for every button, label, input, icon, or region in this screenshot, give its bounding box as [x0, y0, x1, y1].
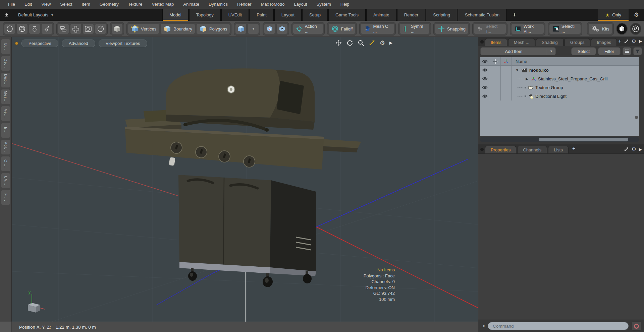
- polygons-mode-button[interactable]: Polygons: [196, 23, 230, 34]
- visibility-toggle[interactable]: [480, 83, 490, 92]
- ghost-cube-button[interactable]: [111, 23, 123, 34]
- item-mode-dropdown[interactable]: ▼: [248, 23, 259, 34]
- pan-icon[interactable]: [335, 40, 342, 46]
- default-layouts-dropdown[interactable]: Default Layouts ▼: [13, 9, 58, 21]
- menu-file[interactable]: File: [3, 0, 20, 9]
- viewport-gear-icon[interactable]: ⚙: [380, 40, 385, 46]
- orbit-icon[interactable]: [346, 40, 353, 46]
- vertices-mode-button[interactable]: Vertices: [128, 23, 159, 34]
- visibility-toggle[interactable]: [480, 74, 490, 83]
- item-panel-gear-icon[interactable]: ⚙: [632, 39, 636, 44]
- properties-expand-icon[interactable]: ▶: [639, 147, 642, 152]
- list-options-button[interactable]: [623, 47, 631, 55]
- visibility-toggle[interactable]: [480, 92, 490, 101]
- menu-geometry[interactable]: Geometry: [95, 0, 123, 9]
- left-tab-vertex[interactable]: Ve...: [1, 106, 10, 121]
- boundary-mode-button[interactable]: Boundary: [160, 23, 195, 34]
- tab-uvedit[interactable]: UVEdit: [221, 9, 249, 21]
- locator-column-header[interactable]: [490, 57, 501, 65]
- hscrollbar-handle[interactable]: [539, 138, 628, 141]
- visibility-toggle[interactable]: [480, 66, 490, 74]
- left-tab-uv[interactable]: UV...: [1, 173, 10, 188]
- tab-lists[interactable]: Lists: [548, 146, 569, 153]
- collapse-arrow-icon[interactable]: ▼: [515, 68, 520, 72]
- menu-select[interactable]: Select: [55, 0, 77, 9]
- viewport-3d[interactable]: y Perspective Advanced Viewport Textures…: [12, 37, 478, 322]
- macro-record-button[interactable]: [631, 321, 641, 331]
- menu-render[interactable]: Render: [232, 0, 256, 9]
- menu-help[interactable]: Help: [336, 0, 354, 9]
- viewport-expand-icon[interactable]: ▶: [389, 41, 392, 45]
- falloff-button[interactable]: Falloff: [328, 23, 356, 34]
- snapping-button[interactable]: Snapping: [435, 23, 469, 34]
- panel-handle[interactable]: [480, 40, 484, 44]
- radial-tool-button[interactable]: [95, 23, 106, 34]
- left-tab-duplicate[interactable]: Dup...: [1, 72, 10, 88]
- name-column-header[interactable]: Name: [512, 57, 639, 65]
- select-through-button[interactable]: Select T...: [474, 23, 506, 34]
- tab-groups[interactable]: Groups: [565, 38, 590, 46]
- tab-setup[interactable]: Setup: [302, 9, 328, 21]
- advanced-button[interactable]: Advanced: [62, 40, 95, 47]
- tree-row-texture-group[interactable]: Texture Group: [480, 83, 639, 92]
- home-layout-button[interactable]: [0, 9, 13, 21]
- layout-settings-button[interactable]: ⚙: [629, 9, 644, 21]
- selection-sets-button[interactable]: Selecti ...: [549, 23, 581, 34]
- left-tab-polygon[interactable]: Pol...: [1, 139, 10, 155]
- menu-vertex-map[interactable]: Vertex Map: [147, 0, 178, 9]
- left-tab-curves[interactable]: C ...: [1, 156, 10, 172]
- menu-animate[interactable]: Animate: [178, 0, 204, 9]
- tree-scroll-dot[interactable]: [635, 116, 638, 119]
- tab-properties[interactable]: Properties: [485, 146, 516, 153]
- zoom-icon[interactable]: [358, 40, 364, 46]
- command-input[interactable]: [488, 322, 629, 330]
- panel-handle[interactable]: [480, 148, 484, 151]
- pear-tool-button[interactable]: [29, 23, 40, 34]
- tab-paint[interactable]: Paint: [250, 9, 274, 21]
- tree-row-scene[interactable]: ▼ modo.lxo: [480, 66, 639, 74]
- filter-button[interactable]: Filter: [598, 47, 621, 55]
- add-panel-tab-button[interactable]: +: [618, 38, 621, 44]
- add-properties-tab-button[interactable]: +: [572, 146, 575, 152]
- maximize-icon[interactable]: [369, 40, 375, 46]
- cone-tool-button[interactable]: [41, 23, 53, 34]
- tab-topology[interactable]: Topology: [189, 9, 221, 21]
- filter-funnel-button[interactable]: [633, 47, 642, 55]
- tree-row-grill-mesh[interactable]: ▶ Stainless_Steel_Propane_Gas_Grill: [480, 74, 639, 83]
- tab-scripting[interactable]: Scripting: [426, 9, 457, 21]
- item-mode-button[interactable]: [235, 23, 247, 34]
- mirror-tool-button[interactable]: [58, 23, 69, 34]
- symmetry-button[interactable]: Symm ...: [399, 23, 430, 34]
- uv-project-tool-button[interactable]: [83, 23, 94, 34]
- item-panel-expand-icon[interactable]: ▶: [639, 39, 642, 44]
- grill-model[interactable]: [125, 68, 361, 287]
- viewport-textures-button[interactable]: Viewport Textures: [99, 40, 147, 47]
- tree-row-directional-light[interactable]: Directional Light: [480, 92, 639, 101]
- menu-texture[interactable]: Texture: [123, 0, 147, 9]
- tab-schematic-fusion[interactable]: Schematic Fusion: [458, 9, 506, 21]
- perspective-button[interactable]: Perspective: [21, 40, 58, 47]
- properties-gear-icon[interactable]: ⚙: [632, 147, 636, 152]
- left-tab-deform[interactable]: De...: [1, 56, 10, 71]
- menu-system[interactable]: System: [312, 0, 336, 9]
- tab-channels[interactable]: Channels: [517, 146, 547, 153]
- tab-items[interactable]: Items: [485, 38, 507, 46]
- sphere-tool-button[interactable]: [16, 23, 28, 34]
- menu-item[interactable]: Item: [77, 0, 95, 9]
- maximize-icon[interactable]: [624, 39, 629, 44]
- transform-column-header[interactable]: [501, 57, 512, 65]
- tab-mesh-ops[interactable]: Mesh ...: [508, 38, 535, 46]
- status-corner-widget[interactable]: [0, 322, 12, 332]
- center-mode-button[interactable]: [264, 23, 275, 34]
- viewport-canvas[interactable]: y: [12, 37, 478, 322]
- workplane-tool-button[interactable]: [70, 23, 82, 34]
- favorites-only-toggle[interactable]: ★ Only: [598, 9, 629, 21]
- tab-game-tools[interactable]: Game Tools: [328, 9, 366, 21]
- tab-model[interactable]: Model: [162, 9, 188, 21]
- pivot-mode-button[interactable]: [276, 23, 288, 34]
- mesh-constraint-button[interactable]: Mesh C ...: [361, 23, 394, 34]
- add-layout-tab-button[interactable]: +: [507, 9, 522, 21]
- tab-layout[interactable]: Layout: [274, 9, 302, 21]
- left-tab-basic[interactable]: B...: [1, 39, 10, 54]
- action-center-button[interactable]: Action ...: [293, 23, 323, 34]
